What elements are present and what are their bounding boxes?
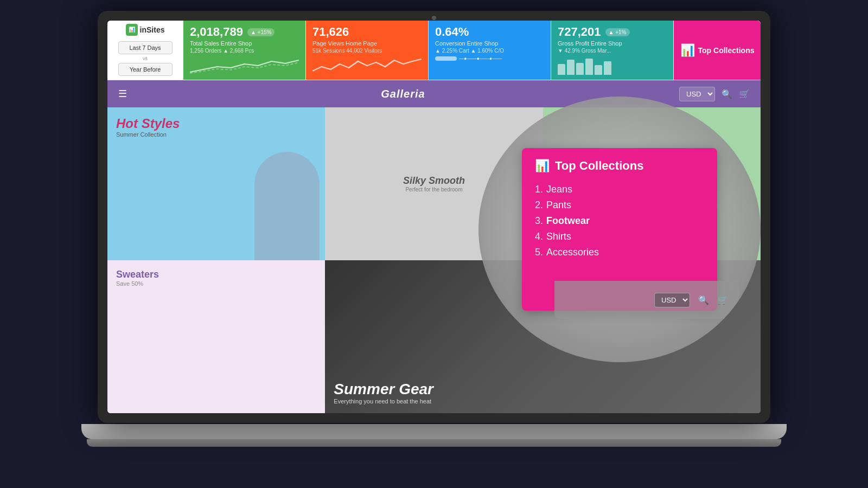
top-collections-icon: 📊: [680, 43, 695, 57]
collection-name-5: Accessories: [546, 247, 599, 258]
stat-page-views-chart: [312, 56, 422, 75]
collection-name-3: Footwear: [546, 215, 590, 227]
stat-conversion: 0.64% Conversion Entire Shop ▲ 2.25% Car…: [429, 21, 551, 80]
sweaters-subtitle: Save 50%: [116, 280, 316, 287]
stat-page-views-sub: 51k Sessions 44,002 Visitors: [312, 48, 422, 54]
stat-gross-profit: 727,201 ▲ +1% Gross Profit Entire Shop ▼…: [551, 21, 674, 80]
collection-num-5: 5.: [535, 247, 543, 258]
collection-name-1: Jeans: [546, 184, 572, 195]
magnified-currency-selector[interactable]: USD: [654, 293, 690, 307]
stat-total-sales-sub: 1,256 Orders ▲ 2,668 Pcs: [190, 48, 299, 54]
insites-brand: 📊 inSites: [126, 24, 165, 36]
collection-num-2: 2.: [535, 200, 543, 211]
stat-conversion-label: Conversion Entire Shop: [435, 40, 544, 47]
stat-total-sales-number: 2,018,789: [190, 25, 243, 39]
vs-label: vs: [143, 56, 148, 61]
silky-smooth-title: Silky Smooth: [403, 175, 465, 187]
collection-num-3: 3.: [535, 215, 543, 227]
collection-num-4: 4.: [535, 231, 543, 242]
magnified-search-icon[interactable]: 🔍: [698, 295, 709, 305]
insites-logo-panel: 📊 inSites Last 7 Days vs Year Before: [107, 21, 183, 80]
stat-conversion-number: 0.64%: [435, 25, 469, 39]
laptop-screen: 📊 inSites Last 7 Days vs Year Before 2,0…: [107, 21, 761, 413]
collection-item-5[interactable]: 5. Accessories: [535, 245, 704, 260]
top-collections-panel-title: Top Collections: [555, 159, 643, 173]
stat-total-sales-label: Total Sales Entire Shop: [190, 40, 299, 47]
laptop-bezel: 📊 inSites Last 7 Days vs Year Before 2,0…: [98, 11, 770, 423]
summer-gear-subtitle: Everything you need to beat the heat: [334, 398, 752, 404]
laptop-foot: [87, 439, 781, 447]
laptop-camera: [432, 16, 436, 20]
collection-num-1: 1.: [535, 184, 543, 195]
top-collections-button[interactable]: 📊 Top Collections: [674, 21, 761, 80]
stat-total-sales: 2,018,789 ▲ +15% Total Sales Entire Shop…: [183, 21, 306, 80]
hot-styles-banner[interactable]: Hot Styles Summer Collection: [107, 107, 325, 260]
store-title: Galleria: [138, 88, 668, 100]
stat-gross-profit-badge: ▲ +1%: [605, 28, 630, 36]
top-collections-panel-icon: 📊: [535, 159, 550, 173]
hamburger-menu-icon[interactable]: ☰: [118, 88, 127, 100]
stat-total-sales-chart: [190, 56, 299, 75]
stat-gross-profit-label: Gross Profit Entire Shop: [558, 40, 667, 47]
stat-page-views: 71,626 Page Views Home Page 51k Sessions…: [306, 21, 429, 80]
currency-selector[interactable]: USD EUR GBP: [679, 87, 715, 101]
silky-smooth-subtitle: Perfect for the bedroom: [405, 187, 462, 192]
stat-gross-profit-sub: ▼ 42.9% Gross Mar...: [558, 48, 667, 54]
collection-item-2[interactable]: 2. Pants: [535, 197, 704, 213]
top-collections-header: 📊 Top Collections: [535, 159, 704, 173]
magnifier-nav-strip: USD 🔍 🛒: [554, 281, 739, 319]
cart-icon[interactable]: 🛒: [739, 89, 750, 99]
analytics-bar: 📊 inSites Last 7 Days vs Year Before 2,0…: [107, 21, 761, 80]
stat-conversion-sub: ▲ 2.25% Cart ▲ 1.60% C/O: [435, 48, 544, 54]
stat-gross-profit-chart: [558, 56, 667, 75]
collections-list: 1. Jeans 2. Pants 3. Footwear 4.: [535, 182, 704, 260]
summer-gear-title: Summer Gear: [334, 381, 752, 398]
search-icon[interactable]: 🔍: [722, 89, 732, 99]
collection-item-3[interactable]: 3. Footwear: [535, 213, 704, 229]
hot-styles-subtitle: Summer Collection: [116, 131, 316, 138]
year-before-button[interactable]: Year Before: [118, 63, 173, 76]
laptop-shell: 📊 inSites Last 7 Days vs Year Before 2,0…: [81, 11, 787, 477]
collection-name-2: Pants: [546, 200, 571, 211]
stat-page-views-label: Page Views Home Page: [312, 40, 422, 47]
top-collections-button-label: Top Collections: [698, 46, 755, 55]
stat-page-views-number: 71,626: [312, 25, 349, 39]
last-days-button[interactable]: Last 7 Days: [118, 41, 173, 54]
collection-item-1[interactable]: 1. Jeans: [535, 182, 704, 197]
insites-brand-name: inSites: [140, 25, 165, 34]
magnifier-overlay: 📊 Top Collections 1. Jeans 2. Pants: [478, 97, 761, 362]
sweaters-banner[interactable]: Sweaters Save 50%: [107, 260, 325, 413]
magnified-cart-icon[interactable]: 🛒: [717, 295, 728, 305]
stat-conversion-chart: —●——●——●——: [435, 56, 544, 75]
insites-icon: 📊: [126, 24, 138, 36]
stat-gross-profit-number: 727,201: [558, 25, 601, 39]
stat-total-sales-badge: ▲ +15%: [247, 28, 275, 36]
nav-right-controls: USD EUR GBP 🔍 🛒: [679, 87, 750, 101]
hot-styles-title: Hot Styles: [116, 116, 316, 131]
sweaters-title: Sweaters: [116, 269, 316, 280]
collection-item-4[interactable]: 4. Shirts: [535, 229, 704, 245]
collection-name-4: Shirts: [546, 231, 571, 242]
laptop-base: [81, 424, 787, 439]
